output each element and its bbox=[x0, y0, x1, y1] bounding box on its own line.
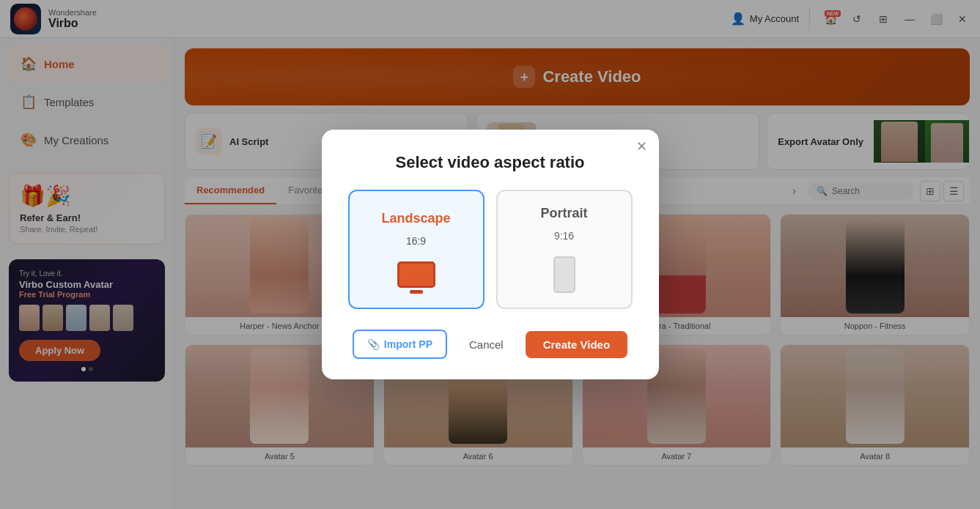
import-pp-button[interactable]: 📎 Import PP bbox=[353, 330, 447, 359]
modal-actions: 📎 Import PP Cancel Create Video bbox=[348, 330, 633, 359]
landscape-icon bbox=[397, 261, 435, 288]
modal-title: Select video aspect ratio bbox=[348, 153, 633, 172]
portrait-icon bbox=[553, 256, 575, 293]
landscape-label: Landscape bbox=[381, 211, 450, 226]
portrait-label: Portrait bbox=[540, 206, 587, 221]
aspect-options: Landscape 16:9 Portrait 9:16 bbox=[348, 190, 633, 309]
aspect-ratio-modal: ✕ Select video aspect ratio Landscape 16… bbox=[322, 130, 659, 379]
modal-overlay: ✕ Select video aspect ratio Landscape 16… bbox=[0, 0, 980, 509]
landscape-stand bbox=[410, 290, 423, 294]
landscape-ratio: 16:9 bbox=[406, 235, 426, 247]
cancel-button[interactable]: Cancel bbox=[456, 331, 517, 358]
landscape-icon-wrapper bbox=[397, 261, 435, 288]
import-pp-label: Import PP bbox=[384, 338, 432, 350]
portrait-option[interactable]: Portrait 9:16 bbox=[496, 190, 633, 309]
portrait-ratio: 9:16 bbox=[554, 230, 574, 242]
landscape-option[interactable]: Landscape 16:9 bbox=[348, 190, 485, 309]
portrait-icon-wrapper bbox=[553, 256, 575, 293]
modal-close-button[interactable]: ✕ bbox=[636, 140, 647, 153]
import-pp-icon: 📎 bbox=[367, 338, 380, 350]
create-video-button[interactable]: Create Video bbox=[526, 331, 627, 358]
